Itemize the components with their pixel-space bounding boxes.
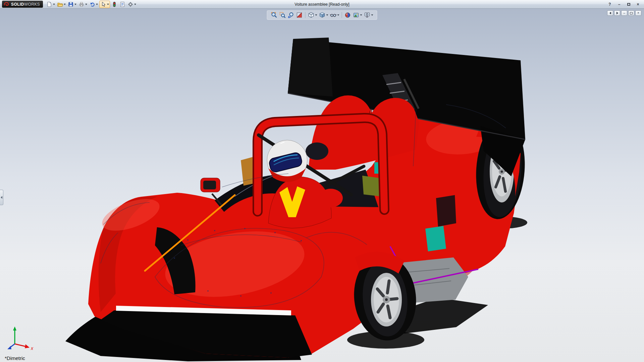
chevron-down-icon[interactable] [371, 14, 373, 16]
chevron-down-icon[interactable] [85, 4, 87, 5]
collapse-arrow-icon [1, 196, 2, 199]
help-button[interactable]: ? [606, 1, 614, 7]
chevron-down-icon[interactable] [96, 4, 98, 5]
close-document-button[interactable]: × [635, 10, 641, 16]
display-style-cube-icon [319, 12, 326, 18]
select-tool-button[interactable] [99, 1, 110, 8]
previous-view-button[interactable] [287, 11, 295, 19]
zoom-to-area-button[interactable] [279, 11, 286, 19]
heads-up-view-toolbar [267, 10, 377, 20]
chevron-down-icon[interactable] [337, 14, 339, 16]
save-icon [68, 1, 74, 7]
zoom-to-fit-icon [271, 12, 278, 18]
chevron-down-icon[interactable] [53, 4, 55, 5]
chevron-down-icon[interactable] [74, 4, 76, 5]
restore-icon [630, 12, 633, 14]
previous-view-icon [288, 12, 294, 18]
quick-access-toolbar [46, 1, 137, 8]
rebuild-button[interactable] [111, 1, 118, 8]
solidworks-window: SOLIDWORKS [0, 0, 644, 362]
toolbar-separator [342, 12, 342, 18]
chevron-down-icon[interactable] [107, 4, 109, 5]
edit-appearance-sphere-icon [344, 12, 351, 18]
maximize-icon [627, 3, 630, 6]
chevron-down-icon[interactable] [64, 4, 66, 5]
view-orientation-cube-icon [308, 12, 315, 18]
view-orientation-button[interactable] [308, 11, 318, 19]
apply-scene-icon [353, 12, 360, 18]
window-controls: ? – × [606, 1, 642, 7]
maximize-button[interactable] [625, 1, 633, 7]
file-properties-icon [119, 1, 125, 7]
section-view-icon [296, 12, 303, 18]
file-properties-button[interactable] [119, 1, 126, 8]
apply-scene-button[interactable] [353, 11, 363, 19]
select-cursor-icon [100, 1, 106, 7]
document-window-controls: – × [607, 10, 641, 16]
feature-panel-collapse-tab[interactable] [0, 190, 3, 205]
section-view-button[interactable] [296, 11, 303, 19]
arrow-left-icon [609, 12, 611, 14]
minimize-document-button[interactable]: – [621, 10, 627, 16]
options-button[interactable] [127, 1, 137, 8]
edit-appearance-button[interactable] [344, 11, 352, 19]
print-icon [78, 1, 85, 7]
print-button[interactable] [78, 1, 88, 8]
hide-show-glasses-icon [330, 12, 337, 18]
graphics-viewport[interactable]: – × x *Dimetric [0, 9, 644, 362]
undo-button[interactable] [89, 1, 99, 8]
display-style-button[interactable] [319, 11, 329, 19]
x-axis-label: x [31, 346, 34, 351]
open-document-button[interactable] [56, 1, 66, 8]
chevron-down-icon[interactable] [326, 14, 328, 16]
restore-document-button[interactable] [628, 10, 634, 16]
options-gear-icon [127, 1, 133, 7]
solidworks-swirl-icon [4, 1, 9, 7]
next-window-button[interactable] [614, 10, 620, 16]
chevron-down-icon[interactable] [315, 14, 317, 16]
view-settings-icon [364, 12, 371, 18]
arrow-right-icon [616, 12, 618, 14]
y-axis-arrow [13, 326, 16, 330]
undo-icon [89, 1, 95, 7]
hide-show-items-button[interactable] [330, 11, 340, 19]
brand-text: SOLIDWORKS [11, 2, 40, 7]
open-folder-icon [57, 1, 63, 7]
new-document-icon [46, 1, 52, 7]
solidworks-logo: SOLIDWORKS [2, 1, 43, 8]
view-orientation-label: *Dimetric [5, 355, 25, 361]
chevron-down-icon[interactable] [360, 14, 362, 16]
view-settings-button[interactable] [364, 11, 374, 19]
toolbar-separator [305, 12, 306, 18]
zoom-to-area-icon [279, 12, 286, 18]
close-button[interactable]: × [634, 1, 642, 7]
x-axis-arrow [25, 344, 30, 348]
model-3d-view[interactable] [0, 9, 644, 362]
previous-window-button[interactable] [607, 10, 613, 16]
zoom-to-fit-button[interactable] [271, 11, 278, 19]
save-button[interactable] [67, 1, 77, 8]
minimize-button[interactable]: – [615, 1, 623, 7]
rebuild-stoplight-icon [111, 1, 117, 7]
driver-helmet[interactable] [267, 140, 307, 182]
reference-triad: x [5, 324, 37, 353]
title-bar: SOLIDWORKS [0, 0, 644, 9]
z-axis-arrow [7, 346, 11, 349]
chevron-down-icon[interactable] [134, 4, 136, 5]
new-document-button[interactable] [46, 1, 56, 8]
